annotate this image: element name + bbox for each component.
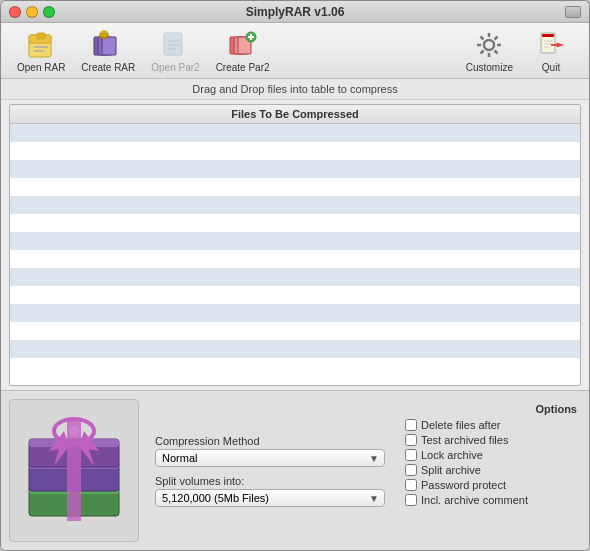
table-row[interactable]	[10, 250, 580, 268]
customize-icon	[473, 29, 505, 61]
label-delete-files[interactable]: Delete files after	[421, 419, 500, 431]
table-row[interactable]	[10, 232, 580, 250]
checkbox-incl-comment[interactable]	[405, 494, 417, 506]
option-row-test-archived: Test archived files	[405, 434, 577, 446]
table-row[interactable]	[10, 160, 580, 178]
minimize-button[interactable]	[26, 6, 38, 18]
window-title: SimplyRAR v1.06	[246, 5, 345, 19]
option-row-split-archive: Split archive	[405, 464, 577, 476]
label-split-archive[interactable]: Split archive	[421, 464, 481, 476]
settings-panel: Compression Method NormalStoreFastestFas…	[147, 399, 393, 542]
table-row[interactable]	[10, 304, 580, 322]
svg-line-25	[481, 36, 484, 39]
file-table-header: Files To Be Compressed	[10, 105, 580, 124]
options-title: Options	[405, 403, 577, 415]
create-par2-button[interactable]: Create Par2	[208, 25, 278, 77]
open-par2-label: Open Par2	[151, 62, 199, 73]
table-row[interactable]	[10, 322, 580, 340]
svg-point-20	[484, 40, 494, 50]
split-volumes-select[interactable]: 5,120,000 (5Mb Files)10,240,000 (10Mb Fi…	[155, 489, 385, 507]
customize-button[interactable]: Customize	[458, 25, 521, 77]
main-window: SimplyRAR v1.06 Open RAR	[0, 0, 590, 551]
option-row-password-protect: Password protect	[405, 479, 577, 491]
table-row[interactable]	[10, 124, 580, 142]
create-rar-button[interactable]: Create RAR	[73, 25, 143, 77]
maximize-button[interactable]	[43, 6, 55, 18]
label-test-archived[interactable]: Test archived files	[421, 434, 508, 446]
checkbox-split-archive[interactable]	[405, 464, 417, 476]
checkbox-lock-archive[interactable]	[405, 449, 417, 461]
table-row[interactable]	[10, 178, 580, 196]
quit-button[interactable]: Quit	[521, 25, 581, 77]
table-row[interactable]	[10, 268, 580, 286]
create-par2-label: Create Par2	[216, 62, 270, 73]
create-rar-label: Create RAR	[81, 62, 135, 73]
svg-rect-7	[102, 37, 116, 55]
svg-line-28	[481, 50, 484, 53]
svg-point-44	[69, 426, 79, 436]
close-button[interactable]	[9, 6, 21, 18]
compression-method-group: Compression Method NormalStoreFastestFas…	[155, 435, 385, 467]
toolbar: Open RAR Create RAR	[1, 23, 589, 79]
table-row[interactable]	[10, 214, 580, 232]
checkbox-password-protect[interactable]	[405, 479, 417, 491]
open-rar-label: Open RAR	[17, 62, 65, 73]
open-rar-button[interactable]: Open RAR	[9, 25, 73, 77]
options-panel: Options Delete files afterTest archived …	[401, 399, 581, 542]
open-rar-icon	[25, 29, 57, 61]
svg-line-27	[495, 36, 498, 39]
option-row-delete-files: Delete files after	[405, 419, 577, 431]
quit-icon	[535, 29, 567, 61]
drop-hint[interactable]: Drag and Drop files into table to compre…	[1, 79, 589, 100]
open-par2-button: Open Par2	[143, 25, 207, 77]
option-row-incl-comment: Incl. archive comment	[405, 494, 577, 506]
label-incl-comment[interactable]: Incl. archive comment	[421, 494, 528, 506]
option-row-lock-archive: Lock archive	[405, 449, 577, 461]
title-bar: SimplyRAR v1.06	[1, 1, 589, 23]
label-password-protect[interactable]: Password protect	[421, 479, 506, 491]
table-row[interactable]	[10, 142, 580, 160]
table-row[interactable]	[10, 340, 580, 358]
table-row[interactable]	[10, 196, 580, 214]
file-table[interactable]: Files To Be Compressed	[9, 104, 581, 386]
svg-rect-10	[164, 33, 182, 55]
resize-handle[interactable]	[565, 6, 581, 18]
create-rar-icon	[92, 29, 124, 61]
checkbox-test-archived[interactable]	[405, 434, 417, 446]
checkbox-delete-files[interactable]	[405, 419, 417, 431]
quit-label: Quit	[542, 62, 560, 73]
create-par2-icon	[227, 29, 259, 61]
table-row[interactable]	[10, 286, 580, 304]
file-table-body[interactable]	[10, 124, 580, 382]
rar-icon-panel	[9, 399, 139, 542]
label-lock-archive[interactable]: Lock archive	[421, 449, 483, 461]
svg-rect-2	[37, 33, 45, 39]
customize-label: Customize	[466, 62, 513, 73]
svg-line-26	[495, 50, 498, 53]
svg-rect-30	[542, 34, 554, 37]
split-volumes-group: Split volumes into: 5,120,000 (5Mb Files…	[155, 475, 385, 507]
compression-method-select[interactable]: NormalStoreFastestFastGoodBest	[155, 449, 385, 467]
open-par2-icon	[159, 29, 191, 61]
compression-method-label: Compression Method	[155, 435, 385, 447]
bottom-panel: Compression Method NormalStoreFastestFas…	[1, 390, 589, 550]
table-row[interactable]	[10, 358, 580, 376]
window-controls	[9, 6, 55, 18]
split-volumes-label: Split volumes into:	[155, 475, 385, 487]
